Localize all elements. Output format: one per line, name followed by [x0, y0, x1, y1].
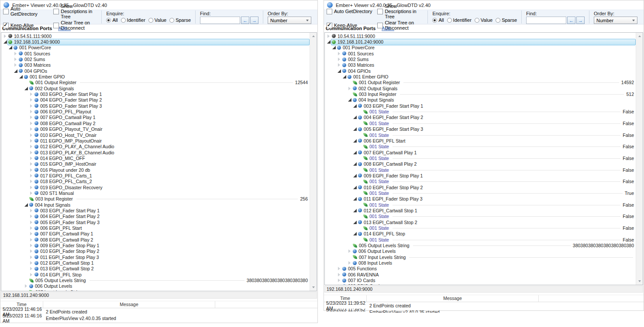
tree-node-001-ember-gpio[interactable]: 001 Ember GPIO [325, 74, 636, 79]
expand-open-icon[interactable] [331, 45, 336, 50]
radio-sparse[interactable]: Sparse [496, 17, 517, 23]
tree-node-10-54-51-111-9000[interactable]: 10.54.51.111:9000 [1, 33, 310, 39]
checkbox-box[interactable] [327, 9, 332, 14]
tree-node-002-sums[interactable]: 002 Sums [325, 56, 636, 62]
tree-node-014-egpi-pfl-stop[interactable]: 014 EGPI_PFL Stop [325, 231, 636, 237]
expand-open-icon[interactable] [18, 75, 23, 79]
expand-closed-icon[interactable] [29, 249, 34, 254]
expand-open-icon[interactable] [352, 232, 357, 236]
expand-closed-icon[interactable] [337, 63, 341, 68]
expand-open-icon[interactable] [352, 173, 357, 178]
radio-identifier[interactable]: Identifier [121, 17, 145, 23]
tree-node-10-54-51-111-9000[interactable]: 10.54.51.111:9000 [325, 33, 636, 39]
radio-value[interactable]: Value [475, 17, 492, 23]
tree-node-003-matrices[interactable]: 003 Matrices [325, 62, 636, 68]
add-port-link[interactable]: Add... [58, 26, 71, 31]
tree-node-005-egpi-fader-start-play-3[interactable]: 005 EGPI_Fader Start Play 3 [325, 126, 636, 132]
tree-node-008-egpo-cartwall-play-2[interactable]: 008 EGPO_Cartwall Play 2 [1, 120, 310, 126]
scroll-up-icon[interactable] [636, 33, 643, 39]
expand-closed-icon[interactable] [29, 272, 34, 277]
tree-node-003-input-register[interactable]: 003 Input Register512 [325, 91, 636, 97]
expand-open-icon[interactable] [342, 75, 347, 79]
radio-dot[interactable] [447, 18, 452, 23]
tree-node-192-168-101-240-9000[interactable]: 192.168.101.240:9000 [325, 39, 636, 44]
tree-node-014-egpo-mic-off[interactable]: 014 EGPO_MIC_OFF [1, 155, 310, 161]
expand-closed-icon[interactable] [29, 167, 34, 172]
find-input[interactable] [200, 17, 240, 24]
expand-closed-icon[interactable] [29, 266, 34, 271]
tree-node-009-egpo-playout-tv-onair[interactable]: 009 EGPO_Playout_TV_Onair [1, 126, 310, 132]
radio-all[interactable]: All [432, 17, 444, 23]
radio-dot[interactable] [496, 18, 500, 23]
tree-node-013-egpi-cartwall-stop-2[interactable]: 013 EGPI_Cartwall Stop 2 [325, 219, 636, 225]
expand-closed-icon[interactable] [29, 98, 34, 102]
expand-closed-icon[interactable] [337, 272, 341, 277]
tree-node-008-egpi-cartwall-play-2[interactable]: 008 EGPI_Cartwall Play 2 [325, 161, 636, 167]
expand-closed-icon[interactable] [29, 133, 34, 137]
radio-sparse[interactable]: Sparse [169, 17, 191, 23]
expand-closed-icon[interactable] [29, 115, 34, 120]
tree-node-015-egpo-imp-hostonair[interactable]: 015 EGPO_IMP_HostOnair [1, 161, 310, 167]
expand-closed-icon[interactable] [29, 226, 34, 231]
tree-node-005-egpi-fader-start-play-3[interactable]: 005 EGPI_Fader Start Play 3 [1, 219, 310, 225]
tree-node-008-gpio-cards[interactable]: 008 GPIO Cards [325, 283, 636, 285]
expand-open-icon[interactable] [352, 162, 357, 167]
find-previous-button[interactable] [567, 17, 575, 24]
radio-dot[interactable] [148, 18, 153, 23]
tree-node-018-egpo-pfl-carts-2[interactable]: 018 EGPO_PFL_Carts_2 [1, 179, 310, 184]
tree-node-004-gpios[interactable]: 004 GPIOs [325, 68, 636, 74]
expand-open-icon[interactable] [352, 127, 357, 132]
radio-dot[interactable] [121, 18, 126, 23]
tree-node-004-egpi-fader-start-play-2[interactable]: 004 EGPI_Fader Start Play 2 [325, 115, 636, 120]
expand-closed-icon[interactable] [347, 249, 352, 254]
checkbox-show-descriptions-in-tree[interactable]: Show Descriptions in Tree [377, 3, 424, 19]
radio-value[interactable]: Value [148, 17, 166, 23]
checkbox-auto-getdirectory[interactable]: Auto GetDirectory [327, 3, 372, 19]
log-row[interactable]: 5/23/2023 11:39:52 AM2 EndPoints created [324, 302, 644, 309]
radio-dot[interactable] [432, 18, 437, 23]
tree-node-006-output-levels[interactable]: 006 Output Levels [325, 249, 636, 254]
tree-node-019-egpo-disaster-recovery[interactable]: 019 EGPO_Disaster Recovery [1, 184, 310, 190]
tree-node-011-egpo-imp-playoutonair[interactable]: 011 EGPO_IMP_PlayoutOnair [1, 138, 310, 143]
checkbox-box[interactable] [53, 23, 59, 28]
tree-node-006-egpo-pfl-playout[interactable]: 006 EGPO_PFL_Playout [1, 109, 310, 114]
expand-open-icon[interactable] [352, 138, 357, 143]
expand-closed-icon[interactable] [337, 51, 341, 56]
expand-closed-icon[interactable] [29, 208, 34, 213]
tree-node-007-input-levels-string[interactable]: 007 Input Levels String [325, 254, 636, 260]
find-next-button[interactable] [250, 17, 258, 24]
tree-node-005-egpo-fader-start-play-3[interactable]: 005 EGPO_Fader Start Play 3 [1, 103, 310, 109]
tree-node-010-egpi-fader-stop-play-2[interactable]: 010 EGPI_Fader Stop Play 2 [325, 184, 636, 190]
tree-node-017-egpo-pfl-carts-1[interactable]: 017 EGPO_PFL_Carts_1 [1, 173, 310, 178]
tree-node-001-state[interactable]: 001 StateFalse [325, 225, 636, 231]
expand-closed-icon[interactable] [29, 179, 34, 184]
tree-node-004-egpo-fader-start-play-2[interactable]: 004 EGPO_Fader Start Play 2 [1, 97, 310, 103]
radio-dot[interactable] [169, 18, 174, 23]
expand-open-icon[interactable] [352, 150, 357, 155]
tree-node-004-gpios[interactable]: 004 GPIOs [1, 68, 310, 74]
expand-closed-icon[interactable] [29, 103, 34, 108]
tree-node-001-powercore[interactable]: 001 PowerCore [1, 45, 310, 51]
tree-node-001-state[interactable]: 001 StateFalse [325, 109, 636, 114]
radio-dot[interactable] [106, 18, 111, 23]
tree-node-003-input-register[interactable]: 003 Input Register256 [1, 196, 310, 202]
expand-closed-icon[interactable] [3, 34, 7, 38]
scroll-down-icon[interactable] [310, 284, 317, 290]
expand-closed-icon[interactable] [29, 243, 34, 248]
tree-node-007-io-cards[interactable]: 007 IO Cards [325, 277, 636, 283]
tree-node-004-input-signals[interactable]: 004 Input Signals [325, 97, 636, 103]
expand-closed-icon[interactable] [24, 284, 28, 289]
tree-node-012-egpo-play-a-channel-audio[interactable]: 012 EGPO_PLAY_A_Channel Audio [1, 144, 310, 150]
expand-open-icon[interactable] [352, 208, 357, 213]
tree-node-001-output-register[interactable]: 001 Output Register14592 [325, 80, 636, 85]
tree-node-013-egpo-play-b-channel-audio[interactable]: 013 EGPO_PLAY_B_Channel Audio [1, 150, 310, 155]
expand-open-icon[interactable] [8, 45, 13, 50]
tree-node-001-state[interactable]: 001 StateFalse [325, 167, 636, 173]
expand-open-icon[interactable] [24, 202, 28, 207]
tree-node-002-output-signals[interactable]: 002 Output Signals [325, 85, 636, 91]
tree-node-001-state[interactable]: 001 StateTrue [325, 190, 636, 196]
tree-node-007-egpi-cartwall-play-1[interactable]: 007 EGPI_Cartwall Play 1 [325, 150, 636, 155]
radio-identifier[interactable]: Identifier [447, 17, 472, 23]
expand-closed-icon[interactable] [13, 57, 18, 62]
expand-closed-icon[interactable] [29, 214, 34, 219]
